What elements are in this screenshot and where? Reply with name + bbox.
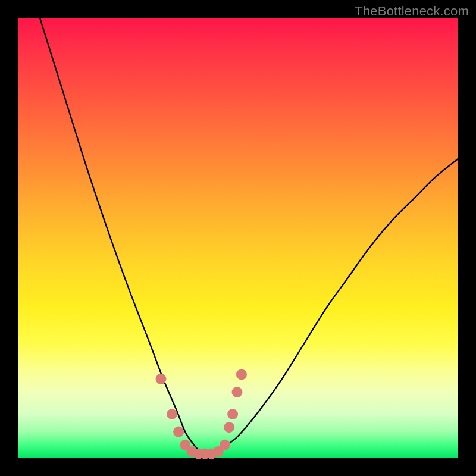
curve-marker xyxy=(232,387,243,397)
curve-marker xyxy=(167,409,177,419)
curve-marker xyxy=(173,427,184,437)
curve-marker xyxy=(236,369,247,380)
bottleneck-curve xyxy=(18,18,458,458)
curve-marker xyxy=(156,374,167,384)
chart-frame: TheBottleneck.com xyxy=(0,0,476,476)
curve-marker xyxy=(227,409,238,419)
plot-area xyxy=(18,18,458,458)
curve-marker xyxy=(220,440,230,450)
curve-marker xyxy=(224,422,234,433)
watermark-text: TheBottleneck.com xyxy=(355,4,469,19)
